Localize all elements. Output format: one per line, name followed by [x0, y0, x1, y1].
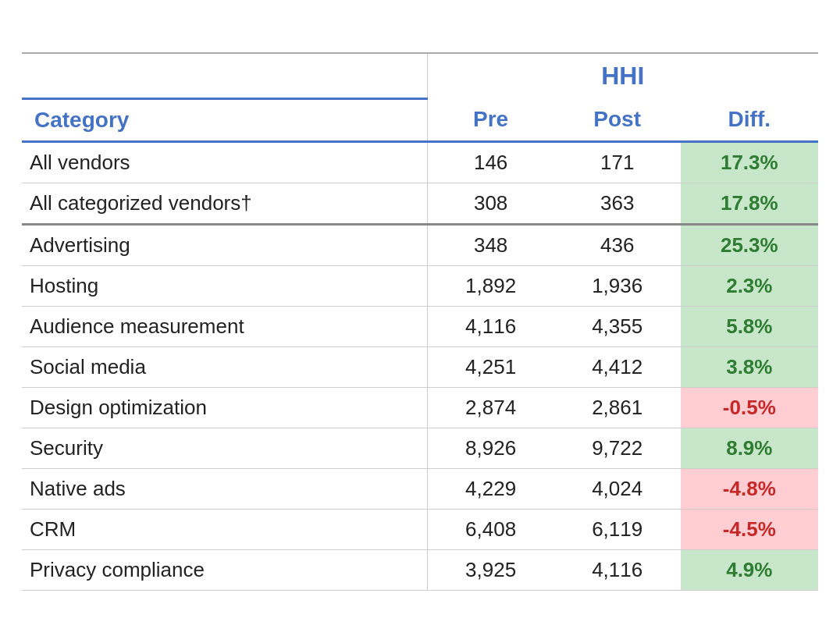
cell-pre: 4,116	[427, 306, 554, 346]
cell-category: Privacy compliance	[22, 549, 427, 590]
cell-category: Audience measurement	[22, 306, 427, 346]
cell-pre: 1,892	[427, 265, 554, 306]
cell-post: 4,024	[554, 468, 681, 509]
cell-diff: 17.3%	[681, 141, 818, 183]
post-column-header: Post	[554, 98, 681, 141]
cell-pre: 4,229	[427, 468, 554, 509]
table-row: Audience measurement4,1164,3555.8%	[22, 306, 818, 346]
cell-pre: 4,251	[427, 346, 554, 387]
cell-post: 9,722	[554, 428, 681, 468]
table-row: Privacy compliance3,9254,1164.9%	[22, 549, 818, 590]
column-headers-row: Category Pre Post Diff.	[22, 98, 818, 141]
category-column-header: Category	[22, 98, 427, 141]
cell-post: 436	[554, 224, 681, 265]
cell-diff: -4.5%	[681, 509, 818, 549]
hhi-header-row: HHI	[22, 53, 818, 98]
cell-diff: 25.3%	[681, 224, 818, 265]
cell-diff: 17.8%	[681, 183, 818, 224]
hhi-table: HHI Category Pre Post Diff. All vendors1…	[22, 52, 818, 591]
cell-category: Security	[22, 428, 427, 468]
cell-pre: 146	[427, 141, 554, 183]
table-row: Advertising34843625.3%	[22, 224, 818, 265]
table-container: HHI Category Pre Post Diff. All vendors1…	[22, 52, 818, 591]
cell-diff: 3.8%	[681, 346, 818, 387]
cell-post: 171	[554, 141, 681, 183]
cell-pre: 2,874	[427, 387, 554, 428]
table-row: Native ads4,2294,024-4.8%	[22, 468, 818, 509]
cell-pre: 6,408	[427, 509, 554, 549]
category-header-empty	[22, 53, 427, 98]
cell-post: 2,861	[554, 387, 681, 428]
table-row: Design optimization2,8742,861-0.5%	[22, 387, 818, 428]
cell-post: 4,412	[554, 346, 681, 387]
cell-category: Advertising	[22, 224, 427, 265]
cell-diff: 4.9%	[681, 549, 818, 590]
table-row: Social media4,2514,4123.8%	[22, 346, 818, 387]
cell-category: All vendors	[22, 141, 427, 183]
cell-category: CRM	[22, 509, 427, 549]
pre-column-header: Pre	[427, 98, 554, 141]
cell-post: 1,936	[554, 265, 681, 306]
table-body: All vendors14617117.3%All categorized ve…	[22, 141, 818, 590]
cell-pre: 8,926	[427, 428, 554, 468]
cell-post: 4,116	[554, 549, 681, 590]
cell-post: 4,355	[554, 306, 681, 346]
hhi-span-header: HHI	[427, 53, 818, 98]
cell-pre: 3,925	[427, 549, 554, 590]
diff-column-header: Diff.	[681, 98, 818, 141]
table-row: CRM6,4086,119-4.5%	[22, 509, 818, 549]
cell-diff: -4.8%	[681, 468, 818, 509]
cell-pre: 348	[427, 224, 554, 265]
table-row: Hosting1,8921,9362.3%	[22, 265, 818, 306]
table-row: All categorized vendors†30836317.8%	[22, 183, 818, 224]
cell-diff: 5.8%	[681, 306, 818, 346]
cell-diff: 2.3%	[681, 265, 818, 306]
cell-category: Social media	[22, 346, 427, 387]
cell-category: Native ads	[22, 468, 427, 509]
cell-diff: 8.9%	[681, 428, 818, 468]
cell-category: Hosting	[22, 265, 427, 306]
cell-post: 6,119	[554, 509, 681, 549]
cell-post: 363	[554, 183, 681, 224]
cell-category: All categorized vendors†	[22, 183, 427, 224]
cell-category: Design optimization	[22, 387, 427, 428]
table-row: All vendors14617117.3%	[22, 141, 818, 183]
table-row: Security8,9269,7228.9%	[22, 428, 818, 468]
cell-diff: -0.5%	[681, 387, 818, 428]
cell-pre: 308	[427, 183, 554, 224]
